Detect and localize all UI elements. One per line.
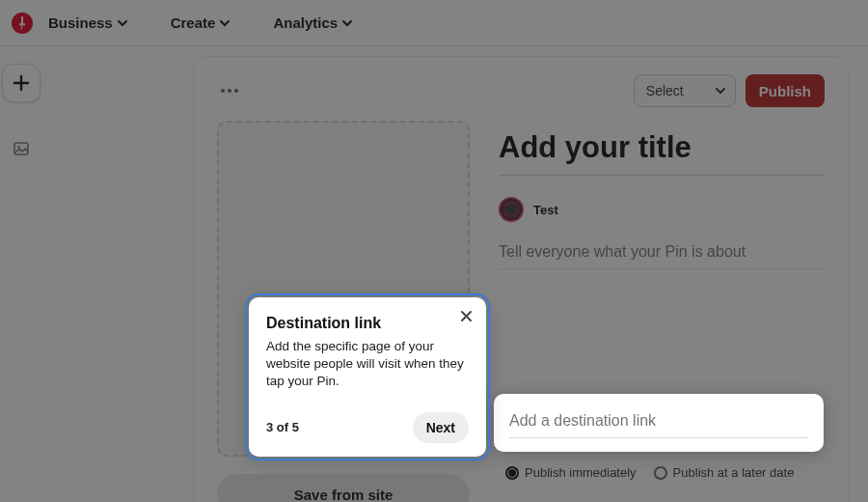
tour-body: Add the specific page of your website pe… [266,338,469,391]
tour-footer: 3 of 5 Next [266,412,469,443]
close-icon [460,309,473,326]
destination-link-card [494,394,824,452]
tour-next-button[interactable]: Next [413,412,469,443]
tour-step-indicator: 3 of 5 [266,420,299,434]
destination-link-input[interactable] [509,408,808,438]
tour-popover: Destination link Add the specific page o… [249,297,486,457]
tour-close-button[interactable] [455,307,476,328]
tour-title: Destination link [266,315,469,332]
